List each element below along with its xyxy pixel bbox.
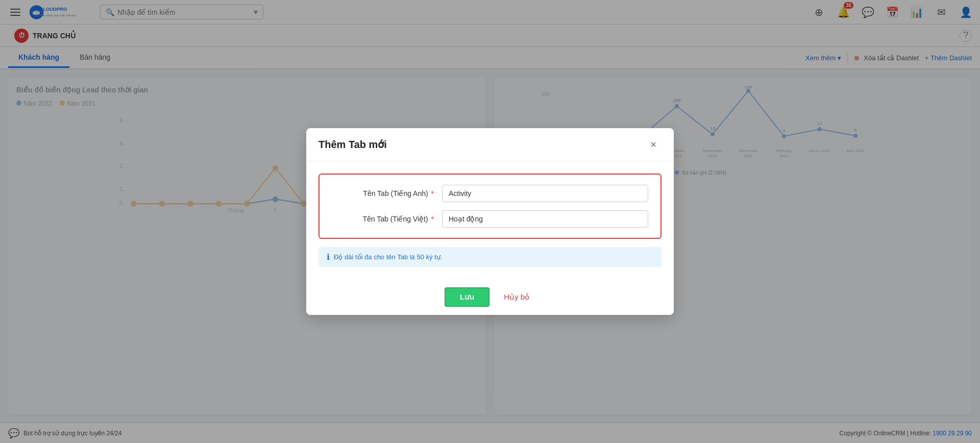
tab-name-vi-label: Tên Tab (Tiếng Việt) * <box>332 215 434 223</box>
tab-name-en-input[interactable] <box>442 185 648 202</box>
modal-footer: Lưu Hủy bỏ <box>306 279 674 315</box>
cancel-button[interactable]: Hủy bỏ <box>498 288 535 306</box>
tab-name-vi-row: Tên Tab (Tiếng Việt) * <box>332 210 648 228</box>
modal-header: Thêm Tab mới × <box>306 128 674 161</box>
form-fields-box: Tên Tab (Tiếng Anh) * Tên Tab (Tiếng Việ… <box>318 174 662 239</box>
required-star-en: * <box>431 189 434 198</box>
modal-body: Tên Tab (Tiếng Anh) * Tên Tab (Tiếng Việ… <box>306 161 674 279</box>
info-icon: ℹ <box>327 252 330 262</box>
add-tab-modal: Thêm Tab mới × Tên Tab (Tiếng Anh) * Tên… <box>306 128 674 315</box>
required-star-vi: * <box>431 215 434 223</box>
modal-overlay: Thêm Tab mới × Tên Tab (Tiếng Anh) * Tên… <box>0 0 980 443</box>
modal-title: Thêm Tab mới <box>318 138 387 151</box>
save-button[interactable]: Lưu <box>445 287 489 307</box>
modal-close-button[interactable]: × <box>645 136 662 153</box>
tab-name-en-label: Tên Tab (Tiếng Anh) * <box>332 189 434 198</box>
tab-name-vi-input[interactable] <box>442 210 648 228</box>
tab-name-en-row: Tên Tab (Tiếng Anh) * <box>332 185 648 202</box>
info-note-text: Độ dài tối đa cho tên Tab là 50 ký tự. <box>334 253 442 261</box>
info-note: ℹ Độ dài tối đa cho tên Tab là 50 ký tự. <box>318 247 662 267</box>
